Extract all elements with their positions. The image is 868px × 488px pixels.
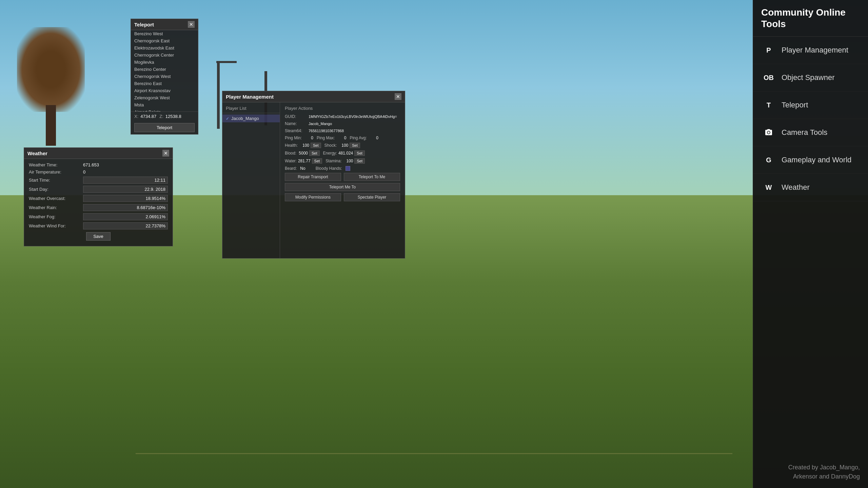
- teleport-location-item[interactable]: Mogilevka: [131, 59, 198, 66]
- teleport-titlebar: Teleport ✕: [131, 19, 198, 30]
- weather-field-row: Start Time:: [29, 177, 168, 184]
- weather-field-input[interactable]: [83, 195, 168, 202]
- pm-energy-set-button[interactable]: Set: [354, 150, 365, 156]
- sidebar-item-object-spawner[interactable]: OB Object Spawner: [753, 64, 868, 92]
- weather-icon: W: [761, 180, 776, 195]
- pm-guid-value: 1MNfYtGZb7eEo1ti3cyLBV0ln3eWlUtvjjQBA4tD…: [309, 115, 400, 119]
- pm-close-button[interactable]: ✕: [395, 93, 401, 100]
- teleport-icon: T: [761, 98, 776, 113]
- pm-ping-max-group: Ping Max: 0: [317, 136, 346, 140]
- teleport-button[interactable]: Teleport: [134, 123, 195, 132]
- player-management-window: Player Management ✕ Player List ✓ Jacob_…: [222, 91, 405, 259]
- pm-name-label: Name:: [285, 121, 309, 126]
- weather-field-input[interactable]: [83, 204, 168, 211]
- sidebar-item-weather[interactable]: W Weather: [753, 174, 868, 201]
- pm-ping-avg-label: Ping Avg:: [350, 136, 367, 140]
- weather-field-label: Weather Wind For:: [29, 223, 83, 228]
- sidebar-item-gameplay-world[interactable]: G Gameplay and World: [753, 146, 868, 174]
- pm-blood-label: Blood:: [285, 151, 296, 156]
- pm-water-set-button[interactable]: Set: [312, 158, 322, 164]
- teleport-location-item[interactable]: Berezino Center: [131, 66, 198, 73]
- power-pole: [217, 61, 220, 129]
- pm-ping-row: Ping Min: 0 Ping Max: 0 Ping Avg: 0: [285, 136, 400, 140]
- weather-field-input[interactable]: [83, 186, 168, 193]
- pm-steam64-value: 76561198103677868: [309, 129, 400, 133]
- weather-field-label: Weather Time:: [29, 162, 83, 167]
- teleport-location-item[interactable]: Msta: [131, 101, 198, 108]
- pm-window-title: Player Management: [226, 94, 274, 100]
- teleport-location-item[interactable]: Airport Krasnostav: [131, 87, 198, 94]
- weather-field-row: Air Temperature:0: [29, 169, 168, 175]
- weather-save-button[interactable]: Save: [86, 232, 111, 241]
- pm-stamina-set-button[interactable]: Set: [354, 158, 365, 164]
- pm-name-row: Name: Jacob_Mango: [285, 121, 400, 126]
- pm-blood-value: 5000: [298, 151, 308, 156]
- pm-actions-header: Player Actions: [285, 106, 400, 111]
- weather-field-input[interactable]: [83, 222, 168, 229]
- pm-health-group: Health: 100 Set: [285, 143, 321, 148]
- weather-field-row: Weather Overcast:: [29, 195, 168, 202]
- weather-field-label: Air Temperature:: [29, 169, 83, 175]
- pm-ping-avg-value: 0: [368, 136, 378, 140]
- weather-field-label: Weather Rain:: [29, 205, 83, 210]
- teleport-close-button[interactable]: ✕: [188, 21, 195, 28]
- sidebar-item-player-management[interactable]: P Player Management: [753, 37, 868, 64]
- sidebar-item-camera-tools[interactable]: Camera Tools: [753, 119, 868, 146]
- pm-shock-label: Shock:: [324, 143, 337, 148]
- pm-modify-permissions-button[interactable]: Modify Permissions: [285, 193, 341, 201]
- pm-teleport-to-me-button[interactable]: Teleport To Me: [344, 173, 400, 181]
- sidebar-item-label-weather: Weather: [782, 183, 810, 192]
- weather-body: Weather Time:671.653Air Temperature:0Sta…: [24, 159, 173, 246]
- teleport-location-item[interactable]: Berezino West: [131, 30, 198, 37]
- pm-stamina-label: Stamina:: [326, 159, 341, 163]
- teleport-location-item[interactable]: Chernogorsk West: [131, 73, 198, 80]
- pm-player-name: Jacob_Mango: [231, 116, 259, 121]
- pm-water-group: Water: 281.77 Set: [285, 158, 322, 164]
- teleport-location-item[interactable]: Airport Balota: [131, 108, 198, 111]
- pm-bloody-hands-checkbox[interactable]: [346, 166, 350, 171]
- pm-transport-row: Repair Transport Teleport To Me: [285, 173, 400, 181]
- pm-player-list-header: Player List: [222, 106, 280, 113]
- teleport-location-item[interactable]: Chernogorsk Center: [131, 52, 198, 59]
- weather-field-label: Weather Fog:: [29, 214, 83, 219]
- weather-field-input[interactable]: [83, 177, 168, 184]
- sidebar-item-teleport[interactable]: T Teleport: [753, 92, 868, 119]
- weather-field-input[interactable]: [83, 213, 168, 220]
- weather-window: Weather ✕ Weather Time:671.653Air Temper…: [24, 147, 173, 246]
- teleport-window: Teleport ✕ Berezino WestChernogorsk East…: [131, 19, 198, 135]
- sidebar-header: Community Online Tools: [753, 0, 868, 37]
- teleport-location-item[interactable]: Zelenogorsk West: [131, 94, 198, 101]
- gameplay-world-icon: G: [761, 152, 776, 167]
- pm-teleport-me-to-button[interactable]: Teleport Me To: [285, 183, 400, 191]
- weather-field-label: Start Time:: [29, 178, 83, 183]
- pm-health-set-button[interactable]: Set: [311, 143, 321, 148]
- teleport-location-item[interactable]: Elektrozavodsk East: [131, 44, 198, 52]
- teleport-coords: X: 4734.87 Z: 12538.8: [131, 111, 198, 121]
- pm-player-item[interactable]: ✓ Jacob_Mango: [222, 115, 280, 122]
- pm-shock-set-button[interactable]: Set: [350, 143, 360, 148]
- pm-beard-label: Beard:: [285, 166, 297, 171]
- camera-tools-icon: [761, 125, 776, 140]
- pm-shock-value: 100: [338, 143, 348, 148]
- weather-close-button[interactable]: ✕: [162, 150, 169, 157]
- weather-field-row: Start Day:: [29, 186, 168, 193]
- road-line: [136, 453, 732, 454]
- pm-health-label: Health:: [285, 143, 298, 148]
- pm-spectate-player-button[interactable]: Spectate Player: [344, 193, 400, 201]
- weather-field-row: Weather Time:671.653: [29, 162, 168, 167]
- pm-repair-transport-button[interactable]: Repair Transport: [285, 173, 341, 181]
- pm-stamina-group: Stamina: 100 Set: [326, 158, 365, 164]
- pm-player-check: ✓: [226, 116, 229, 121]
- pm-bloody-hands-label: Bloody Hands:: [316, 166, 342, 171]
- pm-shock-group: Shock: 100 Set: [324, 143, 360, 148]
- pm-stamina-value: 100: [343, 159, 353, 163]
- sidebar-item-label-gameplay-world: Gameplay and World: [782, 156, 851, 164]
- sidebar-item-label-camera-tools: Camera Tools: [782, 128, 827, 137]
- pm-energy-value: 481.024: [338, 151, 353, 156]
- player-management-icon: P: [761, 43, 776, 58]
- teleport-location-item[interactable]: Berezino East: [131, 80, 198, 87]
- pm-actions-panel: Player Actions GUID: 1MNfYtGZb7eEo1ti3cy…: [280, 102, 405, 258]
- pm-ping-max-label: Ping Max:: [317, 136, 335, 140]
- teleport-location-item[interactable]: Chernogorsk East: [131, 37, 198, 44]
- pm-blood-set-button[interactable]: Set: [309, 150, 320, 156]
